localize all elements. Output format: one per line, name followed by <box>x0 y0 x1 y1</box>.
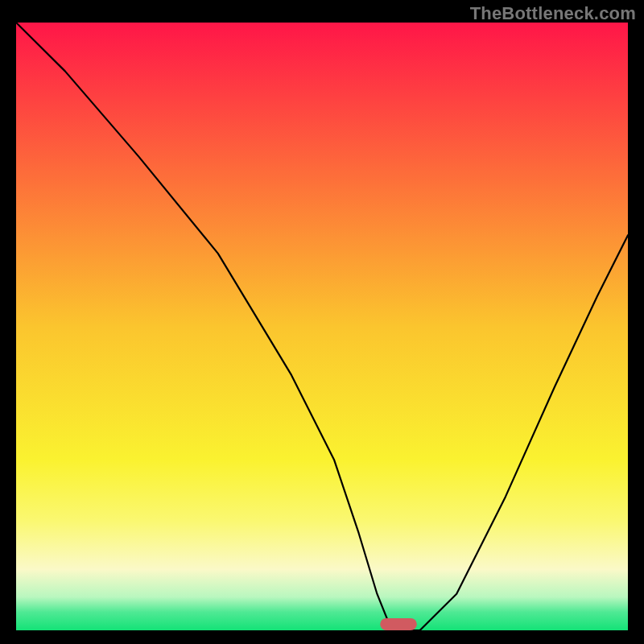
plot-area <box>16 23 628 630</box>
bottleneck-chart <box>16 23 628 630</box>
watermark-text: TheBottleneck.com <box>470 3 636 24</box>
gradient-background <box>16 23 628 630</box>
optimal-marker <box>380 618 417 630</box>
chart-container: TheBottleneck.com <box>0 0 644 644</box>
